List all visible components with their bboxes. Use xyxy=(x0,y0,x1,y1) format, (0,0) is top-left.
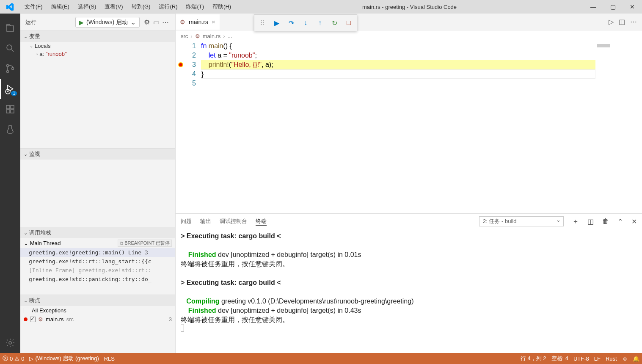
status-rls[interactable]: RLS xyxy=(104,356,115,362)
testing-icon[interactable] xyxy=(0,119,20,140)
menu-select[interactable]: 选择(S) xyxy=(74,3,100,11)
status-bell-icon[interactable]: 🔔 xyxy=(633,356,639,362)
thread-row[interactable]: ⌄ Main Thread ⧉ BREAKPOINT 已暂停 xyxy=(20,238,175,248)
svg-rect-6 xyxy=(6,110,10,113)
window-maximize[interactable]: ▢ xyxy=(603,3,623,10)
run-config-text: (Windows) 启动 xyxy=(86,19,128,26)
status-encoding[interactable]: UTF-8 xyxy=(573,356,589,362)
svg-point-9 xyxy=(9,342,11,344)
run-side-panel: 运行 ▶ (Windows) 启动 ⌄ ⚙ ▭ ⋯ ⌄变量 ⌄Locals › … xyxy=(20,14,176,353)
svg-rect-5 xyxy=(6,105,10,109)
checkbox[interactable] xyxy=(24,308,29,313)
more-icon[interactable]: ⋯ xyxy=(161,18,170,26)
step-over-button[interactable]: ↷ xyxy=(285,17,298,29)
tabs-bar: ⚙ main.rs × ⠿ ▶ ↷ ↓ ↑ ↻ □ ▷ ◫ ⋯ xyxy=(176,14,642,30)
checkbox[interactable] xyxy=(30,317,36,322)
terminal-select[interactable]: 2: 任务 - build xyxy=(479,216,564,226)
menu-goto[interactable]: 转到(G) xyxy=(127,3,155,11)
svg-point-0 xyxy=(7,45,12,50)
panel-tab-terminal[interactable]: 终端 xyxy=(256,218,267,226)
code-lines: fn main() { let a = "runoob"; println!("… xyxy=(201,41,595,213)
window-close[interactable]: ✕ xyxy=(623,3,642,10)
watch-section[interactable]: ⌄监视 xyxy=(20,148,175,160)
terminal-cursor xyxy=(181,325,184,331)
status-debug-config[interactable]: ▷ (Windows) 启动 (greeting) xyxy=(29,355,99,362)
rust-file-icon: ⚙ xyxy=(180,19,185,25)
run-header: 运行 ▶ (Windows) 启动 ⌄ ⚙ ▭ ⋯ xyxy=(20,14,175,30)
window-minimize[interactable]: — xyxy=(584,3,603,10)
menu-help[interactable]: 帮助(H) xyxy=(208,3,235,11)
source-control-icon[interactable] xyxy=(0,58,20,79)
panel-tab-output[interactable]: 输出 xyxy=(200,218,211,225)
extensions-icon[interactable] xyxy=(0,99,20,119)
title-bar: 文件(F) 编辑(E) 选择(S) 查看(V) 转到(G) 运行(R) 终端(T… xyxy=(0,0,642,14)
stack-frame[interactable]: greeting.exe!greeting::main() Line 3 xyxy=(20,248,175,257)
run-config-select[interactable]: ▶ (Windows) 启动 ⌄ xyxy=(75,17,140,28)
trash-icon[interactable]: 🗑 xyxy=(602,218,609,225)
svg-point-3 xyxy=(12,68,14,70)
menu-view[interactable]: 查看(V) xyxy=(100,3,127,11)
new-terminal-icon[interactable]: ＋ xyxy=(572,217,579,226)
svg-point-1 xyxy=(7,65,9,67)
variables-section[interactable]: ⌄变量 xyxy=(20,30,175,42)
status-bar: ⓧ 0 ⚠ 0 ▷ (Windows) 启动 (greeting) RLS 行 … xyxy=(0,353,642,364)
status-errors[interactable]: ⓧ 0 ⚠ 0 xyxy=(3,355,24,362)
locals-header[interactable]: ⌄Locals xyxy=(20,42,175,50)
code-editor[interactable]: 1 2 3 4 5 fn main() { let a = "runoob"; … xyxy=(176,41,642,213)
menu-edit[interactable]: 编辑(E) xyxy=(47,3,74,11)
step-into-button[interactable]: ↓ xyxy=(299,17,312,29)
variable-row[interactable]: › a: "runoob" xyxy=(20,50,175,58)
run-debug-icon[interactable]: 1 xyxy=(0,79,20,99)
status-feedback-icon[interactable]: ☺ xyxy=(622,356,628,362)
vscode-logo-icon xyxy=(0,3,20,11)
chevron-down-icon: ⌄ xyxy=(130,18,136,26)
open-console-icon[interactable]: ▭ xyxy=(152,18,161,26)
menu-run[interactable]: 运行(R) xyxy=(154,3,182,11)
play-icon: ▶ xyxy=(79,19,84,26)
drag-handle-icon[interactable]: ⠿ xyxy=(256,17,269,29)
minimap[interactable] xyxy=(595,41,642,213)
settings-gear-icon[interactable] xyxy=(0,333,20,353)
run-file-icon[interactable]: ▷ xyxy=(609,18,614,26)
breadcrumb[interactable]: src › ⚙ main.rs › ... xyxy=(176,30,642,41)
svg-point-2 xyxy=(7,71,9,73)
continue-button[interactable]: ▶ xyxy=(270,17,283,29)
stack-frame[interactable]: greeting.exe!std::rt::lang_start::{{c xyxy=(20,257,175,266)
stack-frame[interactable]: greeting.exe!std::panicking::try::do_ xyxy=(20,275,175,284)
panel-tab-problems[interactable]: 问题 xyxy=(181,218,192,225)
menu-file[interactable]: 文件(F) xyxy=(20,3,47,11)
stack-frame[interactable]: [Inline Frame] greeting.exe!std::rt:: xyxy=(20,266,175,275)
maximize-panel-icon[interactable]: ⌃ xyxy=(617,218,623,226)
breakpoint-row[interactable]: ⚙ main.rs src 3 xyxy=(20,315,175,324)
breakpoints-section[interactable]: ⌄断点 xyxy=(20,295,175,306)
paused-tag: ⧉ BREAKPOINT 已暂停 xyxy=(118,240,172,247)
restart-button[interactable]: ↻ xyxy=(328,17,341,29)
status-eol[interactable]: LF xyxy=(594,356,601,362)
status-ln-col[interactable]: 行 4，列 2 xyxy=(521,355,546,362)
more-actions-icon[interactable]: ⋯ xyxy=(630,18,637,26)
status-lang[interactable]: Rust xyxy=(606,356,617,362)
callstack-section[interactable]: ⌄调用堆栈 xyxy=(20,227,175,238)
search-icon[interactable] xyxy=(0,38,20,58)
close-tab-icon[interactable]: × xyxy=(212,18,215,25)
menu-terminal[interactable]: 终端(T) xyxy=(182,3,208,11)
breakpoint-glyph-icon[interactable] xyxy=(178,62,183,67)
panel-tab-debug-console[interactable]: 调试控制台 xyxy=(220,218,247,225)
close-panel-icon[interactable]: ✕ xyxy=(631,218,637,226)
run-label: 运行 xyxy=(25,19,75,26)
split-terminal-icon[interactable]: ◫ xyxy=(587,218,594,226)
editor-area: ⚙ main.rs × ⠿ ▶ ↷ ↓ ↑ ↻ □ ▷ ◫ ⋯ src › xyxy=(176,14,642,353)
step-out-button[interactable]: ↑ xyxy=(314,17,326,29)
panel-tabs: 问题 输出 调试控制台 终端 2: 任务 - build ＋ ◫ 🗑 ⌃ ✕ xyxy=(176,214,642,229)
tab-main-rs[interactable]: ⚙ main.rs × xyxy=(176,14,220,30)
breakpoint-dot-icon xyxy=(24,317,28,321)
debug-toolbar[interactable]: ⠿ ▶ ↷ ↓ ↑ ↻ □ xyxy=(254,14,357,31)
split-editor-icon[interactable]: ◫ xyxy=(619,18,625,26)
status-spaces[interactable]: 空格: 4 xyxy=(551,355,568,362)
explorer-icon[interactable] xyxy=(0,18,20,38)
breakpoint-all-exceptions[interactable]: All Exceptions xyxy=(20,306,175,315)
debug-badge: 1 xyxy=(11,91,17,96)
stop-button[interactable]: □ xyxy=(342,17,355,29)
terminal[interactable]: > Executing task: cargo build < Finished… xyxy=(176,229,642,353)
gear-icon[interactable]: ⚙ xyxy=(142,18,152,26)
